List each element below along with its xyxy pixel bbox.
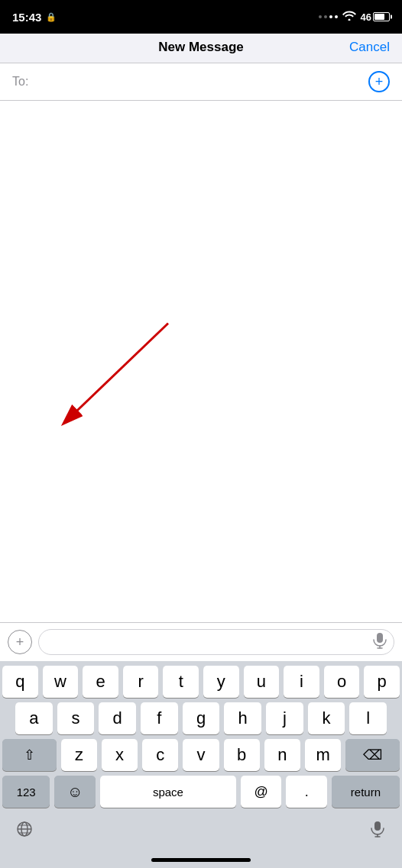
key-j[interactable]: j (266, 702, 303, 734)
at-key[interactable]: @ (241, 776, 281, 808)
svg-rect-2 (377, 633, 383, 643)
status-time: 15:43 (12, 11, 41, 24)
key-g[interactable]: g (183, 702, 220, 734)
key-e[interactable]: e (83, 666, 118, 698)
to-label: To: (12, 75, 28, 89)
numbers-key[interactable]: 123 (2, 776, 50, 808)
key-i[interactable]: i (284, 666, 319, 698)
status-left: 15:43 🔒 (12, 11, 57, 24)
key-m[interactable]: m (305, 739, 341, 771)
add-contact-icon: + (375, 75, 384, 89)
key-t[interactable]: t (163, 666, 199, 698)
main-content: New Message Cancel To: + + (0, 34, 402, 868)
lock-icon: 🔒 (46, 12, 57, 22)
signal-dot-2 (324, 15, 327, 18)
mic-button[interactable] (373, 632, 387, 652)
keyboard-row-3: ⇧ z x c v b n m ⌫ (0, 734, 402, 771)
key-s[interactable]: s (57, 702, 95, 734)
key-c[interactable]: c (142, 739, 178, 771)
space-key[interactable]: space (100, 776, 236, 808)
key-f[interactable]: f (141, 702, 178, 734)
home-indicator (151, 858, 251, 862)
home-indicator-bar (0, 853, 402, 868)
cancel-button[interactable]: Cancel (344, 40, 390, 55)
keyboard-row-2: a s d f g h j k l (0, 698, 402, 734)
key-y[interactable]: y (203, 666, 239, 698)
message-input-bar: + (0, 622, 402, 661)
key-p[interactable]: p (364, 666, 400, 698)
key-x[interactable]: x (102, 739, 138, 771)
key-w[interactable]: w (43, 666, 79, 698)
key-u[interactable]: u (244, 666, 280, 698)
key-v[interactable]: v (183, 739, 219, 771)
to-field-container: To: + (0, 63, 402, 101)
key-b[interactable]: b (224, 739, 260, 771)
signal-dot-4 (335, 15, 338, 18)
add-media-button[interactable]: + (8, 630, 32, 654)
key-q[interactable]: q (2, 666, 38, 698)
message-text-input[interactable] (38, 629, 394, 655)
delete-key[interactable]: ⌫ (345, 739, 400, 771)
key-l[interactable]: l (349, 702, 387, 734)
add-media-icon: + (16, 634, 24, 650)
keyboard: q w e r t y u i o p a s d f g h j k l ⇧ … (0, 661, 402, 868)
arrow-annotation (0, 101, 402, 622)
mic-icon (373, 632, 387, 649)
svg-rect-10 (374, 821, 381, 831)
key-n[interactable]: n (264, 739, 300, 771)
keyboard-row-4: 123 ☺ space @ . return (0, 771, 402, 814)
key-r[interactable]: r (123, 666, 159, 698)
status-bar: 15:43 🔒 46 (0, 0, 402, 34)
keyboard-bottom-row (0, 814, 402, 853)
emoji-key[interactable]: ☺ (54, 776, 95, 808)
add-contact-button[interactable]: + (368, 71, 390, 92)
battery-level: 46 (361, 11, 371, 23)
shift-key[interactable]: ⇧ (2, 739, 57, 771)
battery-icon (373, 12, 390, 21)
keyboard-mic-icon (368, 820, 387, 838)
signal-dot-1 (319, 15, 322, 18)
to-input[interactable] (31, 75, 368, 89)
globe-icon (15, 820, 34, 838)
nav-bar: New Message Cancel (0, 34, 402, 63)
globe-button[interactable] (15, 820, 34, 841)
key-a[interactable]: a (15, 702, 53, 734)
key-d[interactable]: d (99, 702, 136, 734)
key-k[interactable]: k (308, 702, 345, 734)
key-z[interactable]: z (61, 739, 97, 771)
keyboard-mic-button[interactable] (368, 820, 387, 841)
svg-line-1 (73, 324, 168, 415)
text-input-wrapper (38, 629, 394, 655)
signal-dots (319, 15, 338, 18)
wifi-icon (342, 11, 356, 23)
signal-dot-3 (329, 15, 332, 18)
key-h[interactable]: h (224, 702, 261, 734)
battery-fill (374, 14, 384, 20)
status-right: 46 (319, 11, 390, 23)
period-key[interactable]: . (286, 776, 326, 808)
battery-container: 46 (361, 11, 390, 23)
return-key[interactable]: return (332, 776, 400, 808)
key-o[interactable]: o (324, 666, 360, 698)
message-body (0, 101, 402, 622)
nav-title: New Message (58, 40, 344, 55)
keyboard-row-1: q w e r t y u i o p (0, 661, 402, 698)
